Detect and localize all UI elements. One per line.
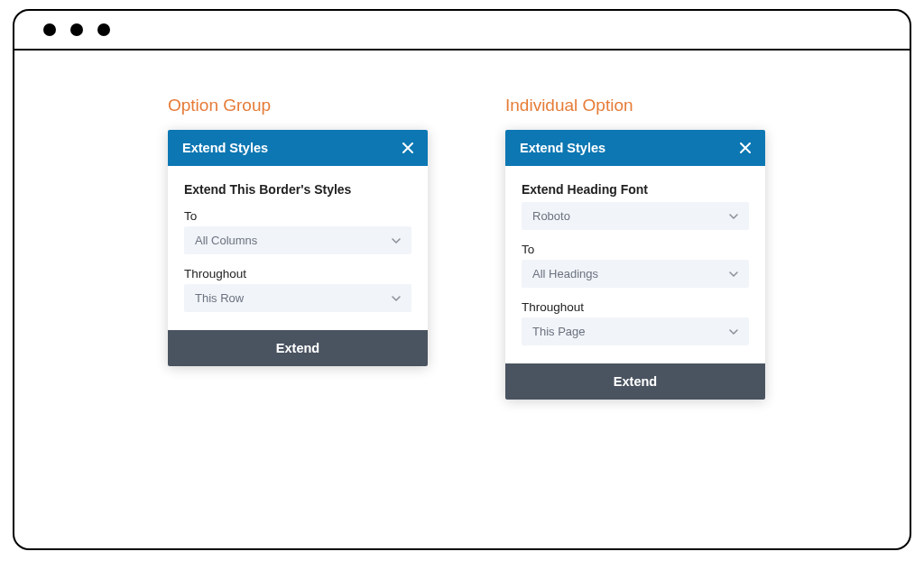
column-title: Option Group [168,96,428,115]
option-group-column: Option Group Extend Styles Extend This B… [168,96,428,400]
extend-styles-card: Extend Styles Extend This Border's Style… [168,130,428,366]
chevron-down-icon [729,212,738,221]
card-header: Extend Styles [505,130,765,166]
select-value: This Page [532,325,586,338]
card-title: Extend Styles [182,141,268,155]
card-title: Extend Styles [520,141,605,155]
throughout-select[interactable]: This Page [522,317,749,345]
field-label-throughout: Throughout [184,267,411,280]
chevron-down-icon [392,294,401,303]
chevron-down-icon [729,327,738,336]
close-icon[interactable] [740,142,751,153]
column-title: Individual Option [505,96,765,115]
field-label-to: To [522,243,749,256]
select-value: This Row [195,291,244,305]
to-select[interactable]: All Headings [522,260,749,288]
browser-window: Option Group Extend Styles Extend This B… [13,9,911,550]
card-body: Extend Heading Font Roboto To All Headin… [505,166,765,363]
card-header: Extend Styles [168,130,428,166]
extend-button[interactable]: Extend [168,330,428,366]
extend-button[interactable]: Extend [505,363,765,400]
window-control-dot[interactable] [43,23,56,36]
select-value: All Headings [532,267,598,280]
chevron-down-icon [392,236,401,245]
close-icon[interactable] [402,142,413,153]
card-subtitle: Extend Heading Font [522,182,749,197]
chevron-down-icon [729,270,738,279]
field-label-throughout: Throughout [522,300,749,314]
field-label-to: To [184,209,411,223]
window-control-dot[interactable] [70,23,83,36]
individual-option-column: Individual Option Extend Styles Extend H… [505,96,765,400]
card-body: Extend This Border's Styles To All Colum… [168,166,428,330]
font-select[interactable]: Roboto [522,202,749,230]
throughout-select[interactable]: This Row [184,284,411,312]
card-subtitle: Extend This Border's Styles [184,182,411,197]
content-area: Option Group Extend Styles Extend This B… [14,51,910,445]
to-select[interactable]: All Columns [184,226,411,254]
extend-styles-card: Extend Styles Extend Heading Font Roboto… [505,130,765,400]
select-value: All Columns [195,234,257,247]
window-control-dot[interactable] [97,23,110,36]
select-value: Roboto [532,209,570,223]
window-titlebar [14,11,910,51]
